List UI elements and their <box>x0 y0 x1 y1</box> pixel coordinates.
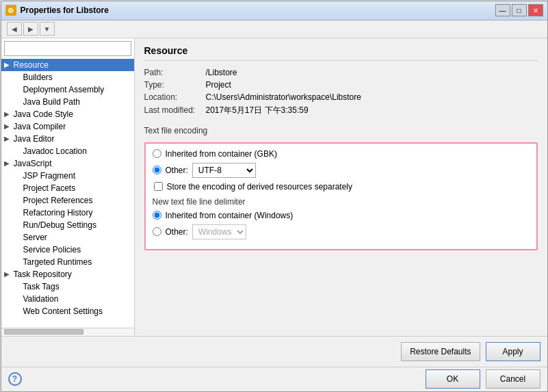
sidebar-item-label: Java Compiler <box>14 122 66 131</box>
expand-arrow: ▶ <box>4 61 14 68</box>
sidebar-item-server[interactable]: Server <box>1 231 134 244</box>
other-encoding-label[interactable]: Other: <box>166 166 188 175</box>
sidebar-item-label: Java Build Path <box>23 97 80 107</box>
dropdown-button[interactable]: ▼ <box>40 22 55 36</box>
type-label: Type: <box>144 80 206 90</box>
sidebar-item-resource[interactable]: ▶ Resource <box>1 59 134 71</box>
inherited-encoding-radio[interactable] <box>153 149 161 158</box>
location-value: C:\Users\Administrator\workspace\Libstor… <box>206 92 361 102</box>
sidebar-item-project-references[interactable]: Project References <box>1 194 134 207</box>
sidebar-item-service-policies[interactable]: Service Policies <box>1 244 134 256</box>
sidebar-item-targeted-runtimes[interactable]: Targeted Runtimes <box>1 256 134 268</box>
sidebar-item-label: Run/Debug Settings <box>23 220 96 230</box>
other-encoding-row: Other: UTF-8 GBK ISO-8859-1 US-ASCII UTF… <box>153 163 530 178</box>
delimiter-dropdown-container: Windows Unix Mac <box>192 224 246 239</box>
sidebar-item-label: JavaScript <box>14 159 52 168</box>
inherited-delimiter-row: Inherited from container (Windows) <box>153 211 530 220</box>
derived-encoding-row: Store the encoding of derived resources … <box>154 182 530 192</box>
sidebar-item-label: Refactoring History <box>23 208 93 218</box>
other-delimiter-label[interactable]: Other: <box>166 227 188 237</box>
nav-bar: ◀ ▶ ▼ <box>1 21 547 38</box>
help-button[interactable]: ? <box>8 372 22 386</box>
sidebar-item-label: Service Policies <box>23 245 81 254</box>
derived-encoding-checkbox[interactable] <box>154 182 163 191</box>
sidebar-item-javadoc-location[interactable]: Javadoc Location <box>1 145 134 157</box>
scrollbar-area <box>1 328 134 336</box>
sidebar-item-refactoring-history[interactable]: Refactoring History <box>1 207 134 219</box>
line-delimiter-section-label: New text file line delimiter <box>153 197 530 207</box>
sidebar-item-label: Task Repository <box>14 270 72 279</box>
other-delimiter-row: Other: Windows Unix Mac <box>153 224 530 239</box>
ok-button[interactable]: OK <box>426 369 480 389</box>
sidebar-item-label: JSP Fragment <box>23 171 75 181</box>
sidebar-item-web-content-settings[interactable]: Web Content Settings <box>1 305 134 317</box>
inherited-encoding-row: Inherited from container (GBK) <box>153 149 530 159</box>
back-button[interactable]: ◀ <box>7 22 22 36</box>
sidebar-item-project-facets[interactable]: Project Facets <box>1 182 134 194</box>
sidebar-item-deployment-assembly[interactable]: Deployment Assembly <box>1 83 134 96</box>
search-input[interactable] <box>4 41 131 56</box>
sidebar-item-builders[interactable]: Builders <box>1 71 134 83</box>
sidebar-item-label: Targeted Runtimes <box>23 257 92 267</box>
sidebar-item-label: Server <box>23 233 47 242</box>
maximize-button[interactable]: □ <box>512 4 527 16</box>
last-modified-label: Last modified: <box>144 105 206 115</box>
sidebar-item-run-debug-settings[interactable]: Run/Debug Settings <box>1 219 134 231</box>
sidebar-item-java-compiler[interactable]: ▶ Java Compiler <box>1 120 134 133</box>
icon-label: ⚙ <box>8 7 14 14</box>
sidebar-item-label: Java Code Style <box>14 109 73 119</box>
title-bar: ⚙ Properties for Libstore — □ ✕ <box>1 1 547 21</box>
sidebar-item-javascript[interactable]: ▶ JavaScript <box>1 157 134 170</box>
sidebar-item-validation[interactable]: Validation <box>1 293 134 305</box>
text-encoding-section-label: Text file encoding <box>144 126 538 135</box>
minimize-button[interactable]: — <box>495 4 510 16</box>
restore-defaults-button[interactable]: Restore Defaults <box>401 342 480 361</box>
sidebar-item-label: Builders <box>23 73 53 82</box>
expand-arrow: ▶ <box>4 159 14 167</box>
inherited-delimiter-label[interactable]: Inherited from container (Windows) <box>166 211 293 220</box>
path-row: Path: /Libstore <box>144 68 538 77</box>
close-button[interactable]: ✕ <box>528 4 543 16</box>
dialog-footer: ? OK Cancel <box>1 367 547 391</box>
sidebar-item-task-repository[interactable]: ▶ Task Repository <box>1 268 134 280</box>
sidebar-item-jsp-fragment[interactable]: JSP Fragment <box>1 170 134 182</box>
inherited-encoding-label[interactable]: Inherited from container (GBK) <box>166 149 277 159</box>
last-modified-row: Last modified: 2017年5月17日 下午3:35:59 <box>144 105 538 116</box>
right-panel: Resource Path: /Libstore Type: Project L… <box>135 38 547 336</box>
sidebar-item-java-editor[interactable]: ▶ Java Editor <box>1 133 134 145</box>
derived-encoding-label[interactable]: Store the encoding of derived resources … <box>167 182 353 192</box>
main-content: ▶ Resource Builders Deployment Assembly … <box>1 38 547 336</box>
location-row: Location: C:\Users\Administrator\workspa… <box>144 92 538 102</box>
encoding-select[interactable]: UTF-8 GBK ISO-8859-1 US-ASCII UTF-16 <box>192 163 256 178</box>
sidebar-item-label: Javadoc Location <box>23 146 87 156</box>
dialog-title: Properties for Libstore <box>21 5 495 15</box>
sidebar-item-label: Task Tags <box>23 282 60 291</box>
window-controls: — □ ✕ <box>495 4 543 16</box>
sidebar-item-label: Deployment Assembly <box>23 85 105 94</box>
forward-button[interactable]: ▶ <box>23 22 38 36</box>
expand-arrow: ▶ <box>4 135 14 142</box>
path-label: Path: <box>144 68 206 77</box>
other-encoding-radio[interactable] <box>153 166 161 174</box>
sidebar-item-label: Java Editor <box>14 134 55 144</box>
last-modified-value: 2017年5月17日 下午3:35:59 <box>206 105 309 116</box>
encoding-box: Inherited from container (GBK) Other: UT… <box>144 142 538 250</box>
sidebar-item-label: Web Content Settings <box>23 306 103 316</box>
expand-arrow: ▶ <box>4 122 14 130</box>
expand-arrow: ▶ <box>4 270 14 278</box>
other-delimiter-radio[interactable] <box>153 227 161 236</box>
apply-button[interactable]: Apply <box>486 342 540 361</box>
inherited-delimiter-radio[interactable] <box>153 211 161 220</box>
delimiter-select[interactable]: Windows Unix Mac <box>192 224 246 239</box>
location-label: Location: <box>144 92 206 102</box>
type-row: Type: Project <box>144 80 538 90</box>
properties-dialog: ⚙ Properties for Libstore — □ ✕ ◀ ▶ ▼ ▶ … <box>1 1 548 392</box>
dialog-icon: ⚙ <box>5 5 16 16</box>
sidebar-item-label: Resource <box>14 60 49 70</box>
dialog-action-buttons: OK Cancel <box>426 369 540 389</box>
expand-arrow: ▶ <box>4 110 14 118</box>
sidebar-item-task-tags[interactable]: Task Tags <box>1 280 134 293</box>
sidebar-item-java-code-style[interactable]: ▶ Java Code Style <box>1 108 134 120</box>
cancel-button[interactable]: Cancel <box>486 369 540 389</box>
sidebar-item-java-build-path[interactable]: Java Build Path <box>1 96 134 108</box>
